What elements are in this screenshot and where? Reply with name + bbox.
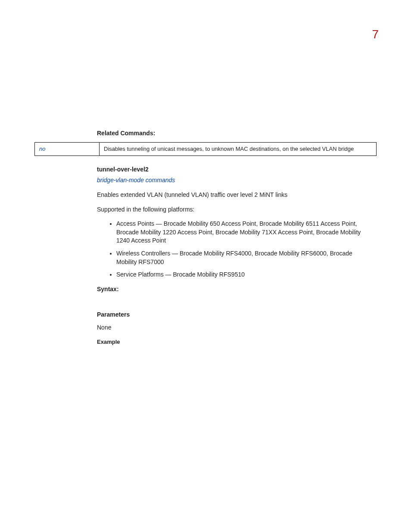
list-item: Access Points — Brocade Mobility 650 Acc… — [116, 220, 377, 245]
parameters-value: None — [97, 324, 377, 332]
related-commands-table: no Disables tunneling of unicast message… — [34, 142, 377, 156]
related-cmd-desc: Disables tunneling of unicast messages, … — [100, 142, 377, 156]
parameters-heading: Parameters — [97, 311, 377, 319]
supported-text: Supported in the following platforms: — [97, 205, 377, 214]
example-heading: Example — [97, 338, 377, 346]
parent-link[interactable]: bridge-vlan-mode commands — [97, 176, 377, 185]
related-cmd-name[interactable]: no — [35, 142, 100, 156]
platforms-list: Access Points — Brocade Mobility 650 Acc… — [116, 220, 377, 279]
table-row: no Disables tunneling of unicast message… — [35, 142, 377, 156]
description-text: Enables extended VLAN (tunneled VLAN) tr… — [97, 191, 377, 199]
list-item: Service Platforms — Brocade Mobility RFS… — [116, 271, 377, 279]
related-commands-heading: Related Commands: — [97, 129, 377, 138]
syntax-heading: Syntax: — [97, 285, 377, 294]
page-number: 7 — [372, 26, 379, 43]
list-item: Wireless Controllers — Brocade Mobility … — [116, 249, 377, 266]
page-content: Related Commands: no Disables tunneling … — [34, 129, 377, 346]
command-name: tunnel-over-level2 — [97, 165, 377, 174]
